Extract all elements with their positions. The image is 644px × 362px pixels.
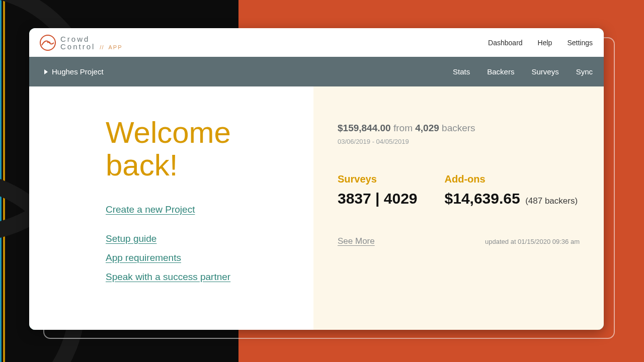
link-setup-guide[interactable]: Setup guide — [106, 233, 156, 244]
project-bar: Hughes Project Stats Backers Surveys Syn… — [29, 57, 604, 86]
brand-name-line1: Crowd — [60, 35, 123, 43]
stat-addons-backers: (487 backers) — [525, 196, 578, 206]
quick-links: Create a new Project Setup guide App req… — [106, 204, 298, 283]
brand-app-label: APP — [108, 44, 122, 50]
content: Welcome back! Create a new Project Setup… — [29, 86, 604, 330]
welcome-pane: Welcome back! Create a new Project Setup… — [29, 86, 313, 330]
stat-surveys-label: Surveys — [338, 173, 418, 185]
link-see-more[interactable]: See More — [338, 236, 375, 246]
tab-stats[interactable]: Stats — [453, 67, 470, 76]
tab-sync[interactable]: Sync — [576, 67, 593, 76]
stat-addons: Add-ons $14,639.65 (487 backers) — [445, 173, 578, 207]
stat-surveys-value: 3837 | 4029 — [338, 190, 418, 207]
nav-dashboard[interactable]: Dashboard — [488, 39, 523, 47]
link-create-project[interactable]: Create a new Project — [106, 204, 195, 215]
top-header: Crowd Control // APP Dashboard Help Sett… — [29, 28, 604, 57]
updated-timestamp: updated at 01/15/2020 09:36 am — [485, 238, 580, 245]
stats-footer: See More updated at 01/15/2020 09:36 am — [338, 236, 589, 246]
funding-amount: $159,844.00 — [338, 123, 391, 133]
funding-summary: $159,844.00 from 4,029 backers — [338, 123, 589, 134]
tab-surveys[interactable]: Surveys — [531, 67, 558, 76]
stats-pane: $159,844.00 from 4,029 backers 03/06/201… — [313, 86, 604, 330]
stat-addons-value: $14,639.65 — [445, 190, 520, 207]
brand-logo[interactable]: Crowd Control // APP — [39, 34, 123, 51]
nav-settings[interactable]: Settings — [567, 39, 593, 47]
triangle-right-icon — [44, 69, 48, 74]
project-name: Hughes Project — [52, 67, 104, 76]
stats-row: Surveys 3837 | 4029 Add-ons $14,639.65 (… — [338, 173, 589, 207]
section-tabs: Stats Backers Surveys Sync — [453, 67, 593, 76]
welcome-heading: Welcome back! — [106, 117, 298, 182]
top-nav: Dashboard Help Settings — [488, 39, 593, 47]
nav-help[interactable]: Help — [538, 39, 552, 47]
project-breadcrumb[interactable]: Hughes Project — [44, 67, 104, 76]
funding-date-range: 03/06/2019 - 04/05/2019 — [338, 138, 589, 145]
brand-name-line2: Control — [60, 43, 95, 50]
brand-sep: // — [100, 44, 104, 50]
wave-icon — [39, 34, 56, 51]
funding-backers-count: 4,029 — [415, 123, 439, 133]
link-app-requirements[interactable]: App requirements — [106, 252, 181, 263]
stat-surveys: Surveys 3837 | 4029 — [338, 173, 418, 207]
stat-addons-label: Add-ons — [445, 173, 578, 185]
app-card: Crowd Control // APP Dashboard Help Sett… — [29, 28, 604, 330]
tab-backers[interactable]: Backers — [487, 67, 514, 76]
link-success-partner[interactable]: Speak with a success partner — [106, 272, 230, 283]
